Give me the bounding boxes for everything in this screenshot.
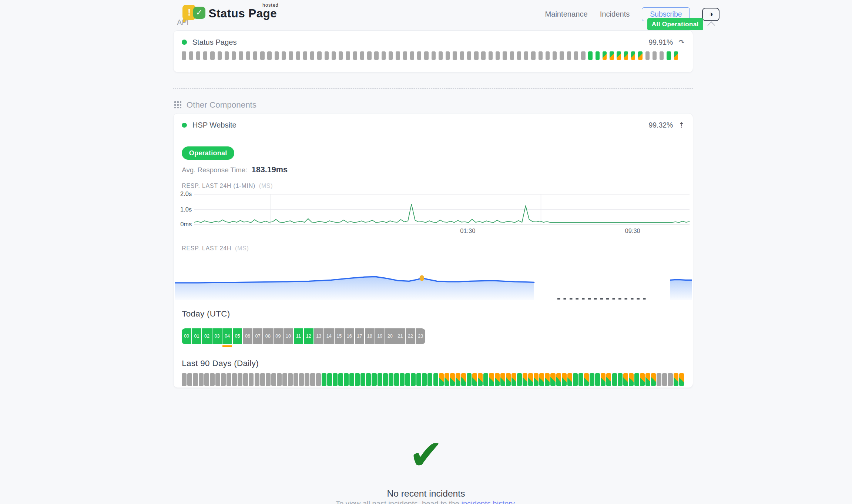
uptime-day-block[interactable] <box>439 373 444 386</box>
uptime-day-block[interactable] <box>584 373 589 386</box>
uptime-bar[interactable] <box>424 51 428 60</box>
uptime-bar[interactable] <box>489 51 493 60</box>
uptime-day-block[interactable] <box>221 373 226 386</box>
uptime-day-block[interactable] <box>674 373 678 386</box>
uptime-hour-block[interactable]: 19 <box>375 328 385 344</box>
uptime-day-block[interactable] <box>416 373 421 386</box>
uptime-day-block[interactable] <box>679 373 684 386</box>
uptime-bar[interactable] <box>539 51 543 60</box>
uptime-day-block[interactable] <box>651 373 656 386</box>
uptime-bar[interactable] <box>339 51 343 60</box>
uptime-day-block[interactable] <box>405 373 410 386</box>
uptime-bar[interactable] <box>189 51 193 60</box>
uptime-day-block[interactable] <box>545 373 550 386</box>
uptime-bar[interactable] <box>553 51 557 60</box>
uptime-day-block[interactable] <box>260 373 265 386</box>
nav-maintenance[interactable]: Maintenance <box>545 10 587 18</box>
uptime-day-block[interactable] <box>238 373 242 386</box>
uptime-bar[interactable] <box>603 51 607 60</box>
uptime-day-block[interactable] <box>662 373 667 386</box>
uptime-bar[interactable] <box>617 51 621 60</box>
uptime-bar[interactable] <box>353 51 357 60</box>
uptime-bar[interactable] <box>246 51 250 60</box>
uptime-bar[interactable] <box>310 51 314 60</box>
trend-up-icon[interactable]: ⇡ <box>678 121 684 129</box>
uptime-day-block[interactable] <box>322 373 326 386</box>
uptime-bar[interactable] <box>624 51 628 60</box>
uptime-hour-block[interactable]: 16 <box>345 328 354 344</box>
uptime-bar[interactable] <box>410 51 414 60</box>
uptime-day-block[interactable] <box>210 373 215 386</box>
overall-status-badge[interactable]: All Operational <box>647 18 703 30</box>
uptime-bar[interactable] <box>289 51 293 60</box>
uptime-day-block[interactable] <box>249 373 254 386</box>
chevron-up-icon[interactable] <box>707 21 715 30</box>
uptime-day-block[interactable] <box>277 373 282 386</box>
uptime-hour-block[interactable]: 06 <box>243 328 252 344</box>
uptime-day-block[interactable] <box>411 373 416 386</box>
uptime-bar[interactable] <box>267 51 271 60</box>
uptime-bar[interactable] <box>588 51 592 60</box>
uptime-hour-block[interactable]: 15 <box>335 328 344 344</box>
uptime-bar[interactable] <box>218 51 222 60</box>
uptime-day-block[interactable] <box>467 373 472 386</box>
uptime-hour-block[interactable]: 05 <box>233 328 242 344</box>
uptime-bar[interactable] <box>325 51 329 60</box>
uptime-hour-block[interactable]: 01 <box>192 328 202 344</box>
uptime-hour-block[interactable]: 21 <box>395 328 405 344</box>
uptime-hour-block[interactable]: 22 <box>406 328 415 344</box>
uptime-day-block[interactable] <box>360 373 365 386</box>
uptime-bar[interactable] <box>332 51 336 60</box>
uptime-day-block[interactable] <box>243 373 248 386</box>
uptime-hour-block[interactable]: 08 <box>263 328 273 344</box>
uptime-day-block[interactable] <box>422 373 427 386</box>
uptime-day-block[interactable] <box>629 373 634 386</box>
uptime-day-block[interactable] <box>266 373 271 386</box>
uptime-day-block[interactable] <box>483 373 488 386</box>
uptime-bar[interactable] <box>282 51 286 60</box>
uptime-day-block[interactable] <box>657 373 661 386</box>
uptime-bar[interactable] <box>453 51 457 60</box>
uptime-day-block[interactable] <box>645 373 650 386</box>
uptime-day-block[interactable] <box>456 373 460 386</box>
uptime-day-block[interactable] <box>383 373 388 386</box>
uptime-day-block[interactable] <box>511 373 516 386</box>
uptime-day-block[interactable] <box>495 373 500 386</box>
uptime-day-block[interactable] <box>316 373 321 386</box>
uptime-day-block[interactable] <box>623 373 628 386</box>
uptime-bar[interactable] <box>417 51 421 60</box>
uptime-bar[interactable] <box>567 51 571 60</box>
uptime-day-block[interactable] <box>372 373 376 386</box>
uptime-bar[interactable] <box>367 51 371 60</box>
uptime-hour-block[interactable]: 12 <box>304 328 313 344</box>
uptime-day-block[interactable] <box>517 373 522 386</box>
uptime-day-block[interactable] <box>450 373 455 386</box>
uptime-bar[interactable] <box>653 51 657 60</box>
uptime-bar[interactable] <box>674 51 678 60</box>
uptime-day-block[interactable] <box>578 373 583 386</box>
uptime-bar[interactable] <box>382 51 386 60</box>
uptime-bar[interactable] <box>275 51 279 60</box>
uptime-day-block[interactable] <box>534 373 539 386</box>
uptime-day-block[interactable] <box>215 373 220 386</box>
nav-incidents[interactable]: Incidents <box>600 10 630 18</box>
uptime-hour-block[interactable]: 02 <box>202 328 212 344</box>
uptime-bar[interactable] <box>560 51 564 60</box>
uptime-bar[interactable] <box>203 51 207 60</box>
uptime-day-block[interactable] <box>288 373 293 386</box>
uptime-bar[interactable] <box>346 51 350 60</box>
uptime-bar[interactable] <box>317 51 321 60</box>
uptime-day-block[interactable] <box>461 373 466 386</box>
uptime-day-block[interactable] <box>344 373 349 386</box>
uptime-day-block[interactable] <box>193 373 198 386</box>
uptime-day-block[interactable] <box>400 373 405 386</box>
resp-1min-chart-area[interactable]: 2.0s 1.0s 0ms 01:30 09:30 <box>182 193 684 237</box>
uptime-hour-block[interactable]: 04 <box>222 328 232 344</box>
uptime-hour-block[interactable]: 17 <box>355 328 365 344</box>
uptime-day-block[interactable] <box>327 373 332 386</box>
uptime-bar[interactable] <box>296 51 300 60</box>
uptime-hour-block[interactable]: 23 <box>416 328 425 344</box>
uptime-hour-block[interactable]: 03 <box>212 328 222 344</box>
uptime-bar[interactable] <box>446 51 450 60</box>
uptime-day-block[interactable] <box>204 373 209 386</box>
